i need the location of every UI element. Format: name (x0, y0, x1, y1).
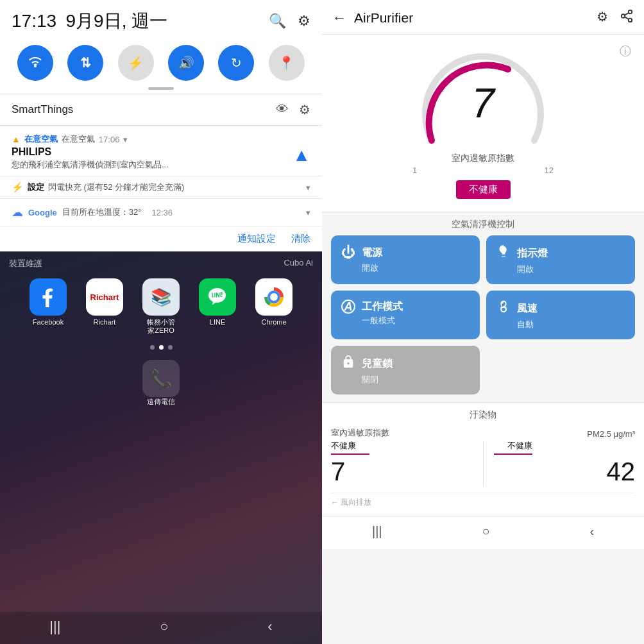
smartthings-eye-icon[interactable]: 👁 (276, 102, 289, 117)
app-facebook[interactable]: Facebook (25, 278, 71, 335)
toggle-data[interactable]: ⇅ (67, 45, 103, 81)
notif-warning-icon: ▲ (12, 134, 21, 144)
smartthings-label: SmartThings (12, 103, 73, 116)
nav-home-button[interactable]: ○ (160, 618, 168, 635)
fan-icon (496, 300, 511, 318)
svg-line-6 (625, 17, 629, 19)
pollutant-section: 汙染物 室內過敏原指數 不健康 7 PM2.5 μg/m³ 不健康 42 ← 風… (322, 403, 644, 516)
dot-2 (159, 345, 164, 350)
chrome-label: Chrome (261, 318, 286, 326)
toggle-wifi[interactable] (17, 45, 53, 81)
gauge-container: 7 (412, 47, 554, 150)
pm25-title: PM2.5 μg/m³ (494, 429, 636, 439)
extra-label: ← 風向排放 (331, 493, 635, 508)
bnav-back-button[interactable]: ‹ (578, 521, 606, 541)
notif-title: PHILIPS (12, 146, 169, 158)
allergen-value: 7 (331, 457, 473, 486)
app-telecom[interactable]: 📞 遠傳電信 (142, 360, 180, 407)
notif-charging: ⚡ 設定 閃電快充 (還有52 分鐘才能完全充滿) ▾ (0, 176, 322, 199)
smartthings-icons: 👁 ⚙ (276, 102, 310, 117)
air-settings-icon[interactable]: ⚙ (597, 9, 608, 26)
drag-handle (0, 83, 322, 91)
allergen-title: 室內過敏原指數 (331, 427, 473, 439)
richart-icon: Richart (86, 278, 123, 316)
richart-label: Richart (94, 318, 116, 326)
account-icon: 📚 (142, 278, 180, 316)
app-line[interactable]: LINE (194, 278, 241, 335)
nav-back-button[interactable]: ‹ (267, 618, 272, 635)
svg-point-5 (629, 19, 632, 22)
childlock-icon (341, 355, 355, 373)
toggle-sound[interactable]: 🔊 (168, 45, 204, 81)
notif-actions: 通知設定 清除 (0, 226, 322, 251)
app-account[interactable]: 📚 帳務小管家ZERO (138, 278, 184, 335)
search-icon[interactable]: 🔍 (269, 13, 286, 30)
settings-icon[interactable]: ⚙ (298, 13, 310, 30)
fan-value: 自動 (496, 319, 534, 330)
ctrl-mode-button[interactable]: A 工作模式 一般模式 (331, 291, 480, 339)
charging-expand-icon[interactable]: ▾ (306, 183, 310, 192)
status-icons: 🔍 ⚙ (269, 13, 310, 30)
google-detail: 目前所在地溫度：32° (62, 207, 142, 218)
notif-expand-icon[interactable]: ▾ (123, 135, 128, 144)
right-bottom-nav: ||| ○ ‹ (322, 516, 644, 549)
air-back-button[interactable]: ← (332, 10, 346, 26)
home-label-maintenance: 裝置維護 (9, 258, 42, 269)
pollutant-v-divider (483, 441, 484, 486)
gauge-range: 1 12 (412, 165, 554, 175)
mode-value: 一般模式 (341, 315, 395, 326)
svg-line-7 (625, 13, 629, 15)
app-richart[interactable]: Richart Richart (81, 278, 128, 335)
home-page-dots (0, 341, 322, 353)
google-cloud-icon: ☁ (12, 205, 23, 219)
toggle-bluetooth[interactable]: ⚡ (118, 45, 154, 81)
app-chrome[interactable]: Chrome (251, 278, 297, 335)
gauge-value: 7 (471, 80, 495, 127)
quick-toggles: ⇅ ⚡ 🔊 ↻ 📍 (0, 38, 322, 83)
notif-settings-button[interactable]: 通知設定 (237, 233, 276, 245)
dot-3 (168, 345, 173, 350)
nav-recents-button[interactable]: ||| (49, 618, 60, 635)
line-icon (199, 278, 236, 316)
ctrl-childlock-button[interactable]: 兒童鎖 關閉 (331, 346, 480, 394)
smartthings-settings-icon[interactable]: ⚙ (299, 102, 310, 117)
svg-point-3 (629, 10, 632, 14)
gauge-info-button[interactable]: ⓘ (620, 44, 631, 59)
notif-app-label: 在意空氣 (62, 133, 95, 145)
home-apps-row: Facebook Richart Richart 📚 帳務小管家ZERO (0, 272, 322, 341)
mode-label: 工作模式 (362, 300, 403, 314)
air-header-icons: ⚙ (597, 9, 634, 26)
controls-grid: ⏻ 電源 開啟 指示燈 開啟 A 工作模式 一般模式 (322, 235, 644, 402)
light-icon (496, 244, 511, 262)
gauge-status-badge: 不健康 (456, 180, 511, 199)
dot-1 (150, 345, 155, 350)
pm25-status: 不健康 (494, 440, 532, 455)
home-screen: 裝置維護 Cubo Ai Facebook Richart Richar (0, 251, 322, 644)
bnav-home-button[interactable]: ○ (470, 521, 501, 541)
line-label: LINE (210, 318, 225, 326)
allergen-status: 不健康 (331, 440, 369, 455)
childlock-value: 關閉 (341, 374, 378, 386)
google-expand-icon[interactable]: ▾ (306, 208, 310, 217)
account-label: 帳務小管家ZERO (147, 318, 175, 335)
bnav-recents-button[interactable]: ||| (360, 521, 394, 541)
toggle-rotate[interactable]: ↻ (218, 45, 254, 81)
toggle-location[interactable]: 📍 (269, 45, 305, 81)
mode-icon: A (341, 300, 355, 314)
ctrl-fan-button[interactable]: 風速 自動 (486, 291, 635, 339)
home-label-cuboai: Cubo Ai (284, 258, 313, 269)
notification-drawer: 17:13 9月9日, 週一 🔍 ⚙ ⇅ ⚡ 🔊 ↻ 📍 SmartThi (0, 0, 322, 251)
notif-clear-button[interactable]: 清除 (291, 233, 310, 245)
notif-google: ☁ Google 目前所在地溫度：32° 12:36 ▾ (0, 199, 322, 226)
status-time-date: 17:13 9月9日, 週一 (12, 9, 167, 33)
notif-philips: ▲ 在意空氣 在意空氣 17:06 ▾ PHILIPS 您的飛利浦空氣清淨機偵測… (0, 128, 322, 176)
home-bottom-row: 📞 遠傳電信 (0, 353, 322, 413)
air-share-icon[interactable] (620, 9, 634, 26)
air-title: AirPurifier (354, 10, 597, 26)
ctrl-light-button[interactable]: 指示燈 開啟 (486, 235, 635, 284)
light-label: 指示燈 (517, 247, 548, 260)
status-date: 9月9日, 週一 (66, 11, 168, 31)
status-bar: 17:13 9月9日, 週一 🔍 ⚙ (0, 0, 322, 38)
gauge-section: ⓘ 7 室內過敏原指數 1 12 不健康 (322, 35, 644, 212)
ctrl-power-button[interactable]: ⏻ 電源 開啟 (331, 235, 480, 284)
